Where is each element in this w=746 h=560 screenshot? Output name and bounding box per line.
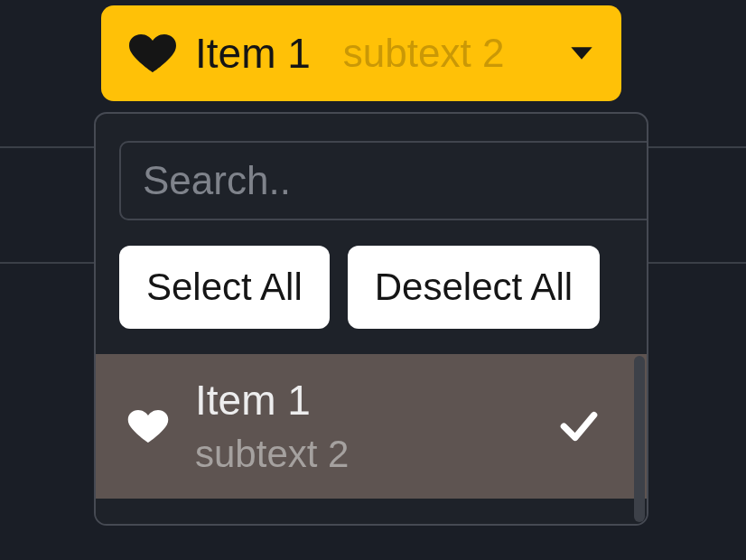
heart-icon: [123, 23, 182, 83]
option-subtext: subtext 2: [195, 434, 349, 475]
scrollbar[interactable]: [632, 354, 647, 524]
deselect-all-button[interactable]: Deselect All: [348, 246, 600, 329]
check-icon: [556, 404, 601, 449]
select-all-button[interactable]: Select All: [119, 246, 330, 329]
option-item[interactable]: Item 1 subtext 2: [96, 354, 647, 499]
select-subtext: subtext 2: [343, 31, 505, 76]
caret-down-icon: [564, 35, 600, 71]
option-text: Item 1 subtext 2: [195, 378, 349, 476]
dropdown-panel: Select All Deselect All Item 1 subtext 2: [94, 112, 648, 526]
heart-icon: [123, 401, 173, 452]
select-dropdown-toggle[interactable]: Item 1 subtext 2: [101, 5, 621, 101]
search-input[interactable]: [119, 141, 648, 220]
option-label: Item 1: [195, 378, 349, 424]
search-row: [119, 141, 623, 220]
scrollbar-thumb[interactable]: [634, 356, 645, 522]
dropdown-header: Select All Deselect All: [96, 114, 647, 354]
option-item-peek: [96, 499, 647, 524]
action-row: Select All Deselect All: [119, 246, 623, 329]
options-list: Item 1 subtext 2: [96, 354, 647, 524]
select-label: Item 1: [195, 29, 311, 78]
